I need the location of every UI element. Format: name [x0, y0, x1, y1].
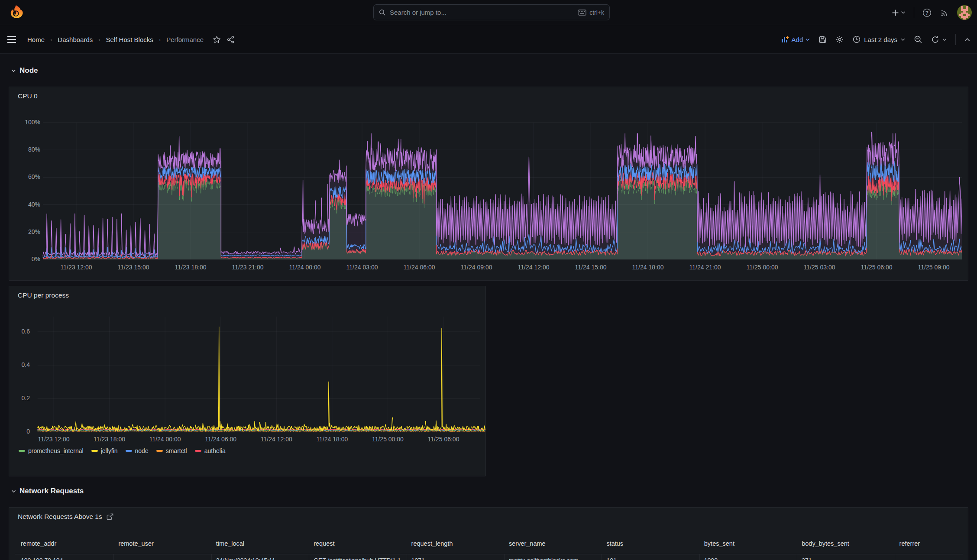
panel-network-requests: Network Requests Above 1s remote_addrrem… — [9, 507, 968, 560]
table-cell[interactable]: 101 — [606, 557, 698, 560]
legend-swatch — [195, 450, 201, 452]
section-chevron-icon — [11, 69, 16, 72]
table-header-divider — [15, 554, 963, 554]
table-column-header[interactable]: body_bytes_sent — [802, 540, 893, 547]
chevron-down-icon — [942, 38, 947, 41]
table-cell-divider — [211, 554, 212, 560]
table-column-header[interactable]: request — [314, 540, 405, 547]
table-cell-divider — [407, 554, 407, 560]
plus-icon — [892, 9, 899, 16]
external-link-icon[interactable] — [107, 513, 113, 520]
y-tick-label: 0 — [14, 428, 30, 435]
search-icon — [379, 9, 386, 16]
axis-tick-label: 11/25 06:00 — [851, 264, 903, 271]
legend-label: prometheus_internal — [28, 447, 84, 454]
axis-tick-label: 11/24 15:00 — [565, 264, 617, 271]
table-cell-divider — [309, 554, 309, 560]
legend-item[interactable]: authelia — [195, 447, 226, 454]
refresh-button[interactable] — [931, 36, 947, 44]
y-tick-label: 20% — [15, 228, 40, 235]
gear-icon[interactable] — [835, 35, 844, 44]
table-cell[interactable]: 371 — [802, 557, 893, 560]
table-column-header[interactable]: remote_user — [118, 540, 210, 547]
table-cell[interactable]: 1000 — [704, 557, 796, 560]
breadcrumb-folder[interactable]: Self Host Blocks — [106, 36, 153, 43]
dashboard-header-bar: Home › Dashboards › Self Host Blocks › P… — [0, 25, 977, 54]
axis-tick-label: 11/24 06:00 — [393, 264, 445, 271]
breadcrumb-dashboards[interactable]: Dashboards — [58, 36, 93, 43]
axis-tick-label: 11/23 12:00 — [29, 436, 78, 443]
keyboard-icon — [578, 10, 586, 16]
table-column-header[interactable]: time_local — [216, 540, 307, 547]
legend-swatch — [19, 450, 25, 452]
breadcrumb-chevron-icon: › — [50, 36, 52, 43]
legend-item[interactable]: smartctl — [156, 447, 187, 454]
y-tick-label: 0% — [15, 256, 40, 262]
table-column-header[interactable]: request_length — [411, 540, 503, 547]
grafana-logo-icon[interactable] — [7, 3, 24, 21]
axis-tick-label: 11/23 21:00 — [222, 264, 274, 271]
axis-tick-label: 11/24 12:00 — [508, 264, 560, 271]
y-tick-label: 0.4 — [14, 361, 30, 368]
breadcrumb-current: Performance — [166, 36, 204, 43]
panel-title-network-requests[interactable]: Network Requests Above 1s — [18, 513, 113, 521]
new-menu-button[interactable] — [892, 9, 906, 16]
axis-tick-label: 11/24 06:00 — [197, 436, 245, 443]
panel-add-icon — [781, 36, 789, 43]
grafana-dashboard: Search or jump to... ctrl+k — [0, 0, 977, 560]
svg-text:?: ? — [925, 10, 928, 16]
axis-tick-label: 11/23 12:00 — [50, 264, 102, 271]
refresh-icon — [931, 36, 939, 44]
section-chevron-icon — [11, 490, 16, 493]
section-row-network[interactable]: Network Requests — [11, 487, 84, 495]
star-icon[interactable] — [213, 36, 221, 44]
legend-item[interactable]: prometheus_internal — [19, 447, 84, 454]
chevron-down-icon — [901, 38, 905, 41]
y-tick-label: 80% — [15, 146, 40, 153]
legend-label: node — [135, 447, 149, 454]
collapse-chevron-up-icon[interactable] — [964, 38, 970, 42]
zoom-out-icon[interactable] — [914, 35, 922, 44]
add-label: Add — [792, 36, 803, 43]
axis-tick-label: 11/23 18:00 — [85, 436, 134, 443]
menu-icon[interactable] — [7, 36, 16, 43]
chevron-down-icon — [806, 38, 810, 41]
search-input[interactable]: Search or jump to... ctrl+k — [373, 4, 610, 20]
legend-swatch — [91, 450, 98, 452]
chart-legend: prometheus_internaljellyfinnodesmartctla… — [19, 447, 226, 454]
table-cell-divider — [699, 554, 700, 560]
table-column-header[interactable]: referrer — [899, 540, 968, 547]
legend-item[interactable]: jellyfin — [91, 447, 118, 454]
divider — [914, 7, 914, 18]
section-row-node[interactable]: Node — [11, 66, 38, 75]
table-cell[interactable]: GET /notifications/hub HTTP/1.1 — [314, 557, 405, 560]
legend-item[interactable]: node — [126, 447, 149, 454]
section-title-node: Node — [19, 66, 38, 75]
add-panel-button[interactable]: Add — [781, 36, 810, 43]
axis-tick-label: 11/25 06:00 — [419, 436, 468, 443]
chevron-down-icon — [901, 11, 906, 14]
save-icon[interactable] — [818, 36, 827, 44]
section-title-network: Network Requests — [19, 487, 84, 495]
cpu0-chart[interactable] — [9, 87, 968, 281]
axis-tick-label: 11/24 03:00 — [336, 264, 388, 271]
table-cell[interactable]: 24/Nov/2024:10:45:11 — [216, 557, 307, 560]
table-column-header[interactable]: status — [606, 540, 698, 547]
y-tick-label: 40% — [15, 201, 40, 208]
table-cell[interactable]: 100.100.70.104 — [21, 557, 112, 560]
time-range-picker[interactable]: Last 2 days — [853, 36, 905, 43]
legend-label: authelia — [204, 447, 226, 454]
table-cell[interactable]: matrix.selfhostblocks.com — [509, 557, 600, 560]
share-icon[interactable] — [226, 36, 235, 44]
table-cell-divider — [504, 554, 505, 560]
avatar[interactable] — [957, 5, 972, 20]
table-column-header[interactable]: remote_addr — [21, 540, 112, 547]
news-rss-icon[interactable] — [940, 8, 949, 17]
help-icon[interactable]: ? — [922, 8, 932, 17]
table-column-header[interactable]: server_name — [509, 540, 600, 547]
table-cell[interactable]: 1071 — [411, 557, 503, 560]
breadcrumb-home[interactable]: Home — [27, 36, 45, 43]
table-column-header[interactable]: bytes_sent — [704, 540, 796, 547]
axis-tick-label: 11/24 12:00 — [252, 436, 301, 443]
search-shortcut: ctrl+k — [589, 9, 604, 16]
